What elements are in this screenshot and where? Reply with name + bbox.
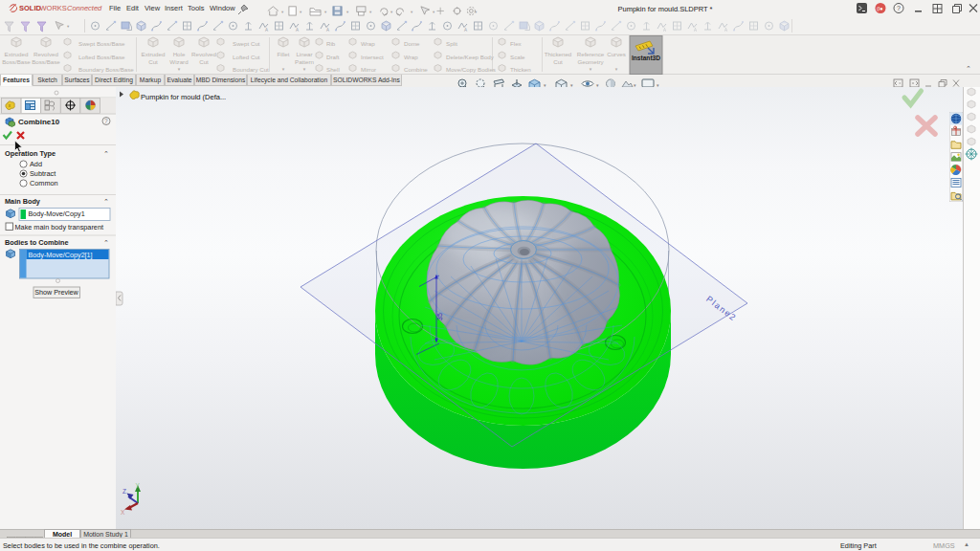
svg-text:Extruded: Extruded (5, 51, 29, 57)
svg-text:▾: ▾ (615, 66, 618, 72)
svg-text:▾: ▾ (411, 10, 413, 14)
svg-text:Move/Copy Bodies: Move/Copy Bodies (446, 66, 496, 73)
svg-text:Revolved: Revolved (191, 51, 216, 57)
svg-text:Boss/Base: Boss/Base (32, 58, 60, 65)
svg-text:▾: ▾ (300, 10, 302, 14)
svg-text:Main Body: Main Body (5, 197, 41, 206)
svg-text:Hole: Hole (173, 51, 186, 57)
svg-text:Delete/Keep Body: Delete/Keep Body (446, 54, 495, 60)
svg-text:Y: Y (136, 482, 141, 489)
svg-text:Curves: Curves (607, 51, 626, 57)
svg-text:Instant3D: Instant3D (632, 55, 660, 61)
svg-text:Cut: Cut (553, 58, 563, 65)
svg-text:Geometry: Geometry (577, 58, 604, 65)
svg-text:Revolved: Revolved (33, 51, 58, 57)
svg-text:Show Preview: Show Preview (34, 288, 78, 297)
svg-text:Dome: Dome (404, 40, 420, 47)
svg-text:Bodies to Combine: Bodies to Combine (5, 238, 68, 247)
svg-text:Pumpkin for mould (Defa...: Pumpkin for mould (Defa... (141, 93, 226, 101)
svg-text:▾: ▾ (178, 66, 181, 72)
svg-text:Swept Boss/Base: Swept Boss/Base (78, 40, 125, 47)
svg-text:Body-Move/Copy1: Body-Move/Copy1 (29, 209, 85, 218)
svg-text:Mirror: Mirror (361, 66, 376, 73)
svg-text:Swept Cut: Swept Cut (233, 40, 260, 47)
svg-text:Linear: Linear (296, 51, 312, 57)
svg-text:Make main body transparent: Make main body transparent (15, 223, 103, 231)
svg-text:Rib: Rib (326, 40, 336, 47)
svg-text:▾: ▾ (282, 66, 285, 72)
svg-text:Split: Split (446, 40, 457, 47)
svg-text:Wrap: Wrap (404, 54, 418, 60)
svg-text:Pattern: Pattern (295, 58, 315, 65)
svg-text:▾: ▾ (346, 10, 349, 14)
svg-text:Subtract: Subtract (30, 169, 56, 178)
svg-text:Boundary Cut: Boundary Cut (233, 66, 269, 73)
svg-text:Thickened: Thickened (545, 51, 572, 57)
svg-text:Draft: Draft (326, 54, 340, 60)
svg-text:Connected: Connected (67, 4, 102, 12)
svg-text:Extruded: Extruded (142, 51, 166, 57)
svg-text:Wrap: Wrap (361, 40, 375, 47)
svg-text:Combine10: Combine10 (18, 118, 60, 126)
svg-text:35: 35 (436, 313, 443, 320)
svg-text:▾: ▾ (67, 24, 70, 29)
svg-text:Boss/Base: Boss/Base (2, 58, 31, 65)
svg-text:▾: ▾ (475, 10, 478, 14)
svg-text:Operation Type: Operation Type (5, 149, 56, 158)
svg-text:X: X (121, 509, 125, 516)
svg-text:Intersect: Intersect (361, 54, 384, 60)
svg-text:Cut: Cut (199, 58, 209, 65)
svg-text:Thicken: Thicken (510, 66, 531, 73)
svg-text:▾: ▾ (390, 10, 393, 14)
svg-text:▾: ▾ (303, 66, 306, 72)
svg-text:▾: ▾ (433, 10, 435, 14)
svg-text:Lofted Cut: Lofted Cut (233, 54, 260, 60)
svg-text:⌃: ⌃ (103, 198, 109, 205)
svg-text:WORKS: WORKS (40, 4, 67, 12)
svg-text:Scale: Scale (510, 54, 525, 60)
svg-text:Lofted Boss/Base: Lofted Boss/Base (78, 54, 125, 60)
svg-text:Combine: Combine (404, 66, 428, 73)
svg-text:Add: Add (30, 160, 42, 168)
svg-text:Shell: Shell (326, 66, 340, 73)
svg-text:Body-Move/Copy2[1]: Body-Move/Copy2[1] (29, 251, 93, 259)
svg-text:?: ? (104, 118, 108, 124)
svg-text:Reference: Reference (577, 51, 605, 57)
svg-text:Fillet: Fillet (277, 51, 289, 57)
svg-text:Cut: Cut (148, 58, 158, 65)
svg-text:Z: Z (122, 488, 126, 495)
svg-text:▾: ▾ (590, 66, 592, 72)
svg-text:Common: Common (30, 179, 58, 187)
svg-text:SOLID: SOLID (19, 4, 42, 12)
svg-text:▾: ▾ (369, 10, 372, 14)
svg-text:Boundary Boss/Base: Boundary Boss/Base (78, 66, 134, 73)
svg-text:(I●: (I● (877, 6, 883, 11)
svg-text:Flex: Flex (510, 40, 523, 47)
svg-text:⌃: ⌃ (103, 239, 109, 246)
svg-text:⌃: ⌃ (966, 65, 971, 72)
svg-text:▾: ▾ (281, 10, 284, 14)
svg-text:⌃: ⌃ (103, 150, 109, 157)
svg-text:Wizard: Wizard (169, 58, 189, 65)
svg-text:?: ? (897, 5, 901, 11)
svg-text:▾: ▾ (324, 10, 327, 14)
